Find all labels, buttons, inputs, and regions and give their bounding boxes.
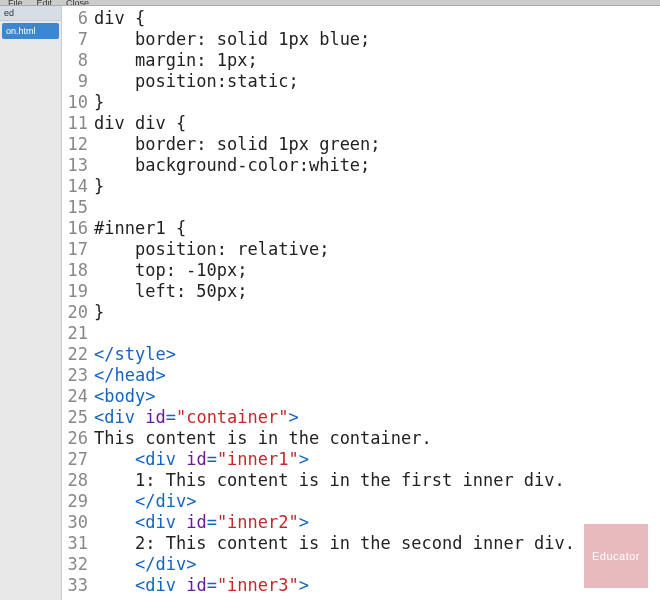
code-content[interactable]: #inner1 {	[94, 218, 660, 239]
code-line[interactable]: 7 border: solid 1px blue;	[62, 29, 660, 50]
code-content[interactable]: border: solid 1px blue;	[94, 29, 660, 50]
code-line[interactable]: 30 <div id="inner2">	[62, 512, 660, 533]
code-content[interactable]: }	[94, 176, 660, 197]
line-number: 7	[62, 29, 94, 50]
code-content[interactable]: margin: 1px;	[94, 50, 660, 71]
code-content[interactable]: background-color:white;	[94, 155, 660, 176]
watermark-badge: Educator	[584, 524, 648, 588]
code-content[interactable]: border: solid 1px green;	[94, 134, 660, 155]
line-number: 19	[62, 281, 94, 302]
code-content[interactable]	[94, 323, 660, 344]
line-number: 12	[62, 134, 94, 155]
code-content[interactable]: <div id="inner2">	[94, 512, 660, 533]
code-content[interactable]: }	[94, 92, 660, 113]
code-content[interactable]: div {	[94, 8, 660, 29]
code-line[interactable]: 19 left: 50px;	[62, 281, 660, 302]
sidebar-header[interactable]: ed	[0, 6, 61, 21]
code-line[interactable]: 22</style>	[62, 344, 660, 365]
sidebar-file-item[interactable]: on.html	[2, 23, 59, 39]
code-line[interactable]: 26This content is in the container.	[62, 428, 660, 449]
line-number: 25	[62, 407, 94, 428]
code-content[interactable]: position: relative;	[94, 239, 660, 260]
code-line[interactable]: 33 <div id="inner3">	[62, 575, 660, 596]
code-content[interactable]: </style>	[94, 344, 660, 365]
line-number: 31	[62, 533, 94, 554]
line-number: 14	[62, 176, 94, 197]
code-content[interactable]: top: -10px;	[94, 260, 660, 281]
code-content[interactable]: This content is in the container.	[94, 428, 660, 449]
line-number: 26	[62, 428, 94, 449]
code-line[interactable]: 6div {	[62, 8, 660, 29]
code-line[interactable]: 29 </div>	[62, 491, 660, 512]
code-line[interactable]: 32 </div>	[62, 554, 660, 575]
line-number: 15	[62, 197, 94, 218]
code-line[interactable]: 27 <div id="inner1">	[62, 449, 660, 470]
code-content[interactable]: 1: This content is in the first inner di…	[94, 470, 660, 491]
line-number: 28	[62, 470, 94, 491]
line-number: 33	[62, 575, 94, 596]
code-line[interactable]: 18 top: -10px;	[62, 260, 660, 281]
code-content[interactable]: </div>	[94, 491, 660, 512]
code-editor[interactable]: 6div {7 border: solid 1px blue;8 margin:…	[62, 6, 660, 600]
code-line[interactable]: 8 margin: 1px;	[62, 50, 660, 71]
code-area[interactable]: 6div {7 border: solid 1px blue;8 margin:…	[62, 6, 660, 596]
code-line[interactable]: 28 1: This content is in the first inner…	[62, 470, 660, 491]
app-window: File Edit Close ed on.html 6div {7 borde…	[0, 0, 660, 600]
code-line[interactable]: 21	[62, 323, 660, 344]
line-number: 10	[62, 92, 94, 113]
code-line[interactable]: 13 background-color:white;	[62, 155, 660, 176]
line-number: 16	[62, 218, 94, 239]
line-number: 24	[62, 386, 94, 407]
code-line[interactable]: 14}	[62, 176, 660, 197]
code-line[interactable]: 24<body>	[62, 386, 660, 407]
line-number: 30	[62, 512, 94, 533]
code-content[interactable]: left: 50px;	[94, 281, 660, 302]
code-line[interactable]: 10}	[62, 92, 660, 113]
code-line[interactable]: 11div div {	[62, 113, 660, 134]
code-content[interactable]: </div>	[94, 554, 660, 575]
code-content[interactable]: </head>	[94, 365, 660, 386]
code-content[interactable]: div div {	[94, 113, 660, 134]
code-content[interactable]: position:static;	[94, 71, 660, 92]
body-row: ed on.html 6div {7 border: solid 1px blu…	[0, 6, 660, 600]
line-number: 17	[62, 239, 94, 260]
line-number: 20	[62, 302, 94, 323]
code-content[interactable]: }	[94, 302, 660, 323]
code-line[interactable]: 20}	[62, 302, 660, 323]
code-content[interactable]: <div id="inner1">	[94, 449, 660, 470]
line-number: 23	[62, 365, 94, 386]
line-number: 32	[62, 554, 94, 575]
code-line[interactable]: 15	[62, 197, 660, 218]
code-line[interactable]: 31 2: This content is in the second inne…	[62, 533, 660, 554]
code-line[interactable]: 12 border: solid 1px green;	[62, 134, 660, 155]
line-number: 11	[62, 113, 94, 134]
line-number: 13	[62, 155, 94, 176]
line-number: 21	[62, 323, 94, 344]
line-number: 22	[62, 344, 94, 365]
line-number: 6	[62, 8, 94, 29]
code-line[interactable]: 17 position: relative;	[62, 239, 660, 260]
code-content[interactable]	[94, 197, 660, 218]
code-line[interactable]: 16#inner1 {	[62, 218, 660, 239]
line-number: 9	[62, 71, 94, 92]
code-line[interactable]: 23</head>	[62, 365, 660, 386]
line-number: 29	[62, 491, 94, 512]
code-line[interactable]: 25<div id="container">	[62, 407, 660, 428]
code-content[interactable]: <body>	[94, 386, 660, 407]
line-number: 18	[62, 260, 94, 281]
code-content[interactable]: <div id="container">	[94, 407, 660, 428]
line-number: 27	[62, 449, 94, 470]
code-line[interactable]: 9 position:static;	[62, 71, 660, 92]
code-content[interactable]: <div id="inner3">	[94, 575, 660, 596]
code-content[interactable]: 2: This content is in the second inner d…	[94, 533, 660, 554]
sidebar: ed on.html	[0, 6, 62, 600]
line-number: 8	[62, 50, 94, 71]
